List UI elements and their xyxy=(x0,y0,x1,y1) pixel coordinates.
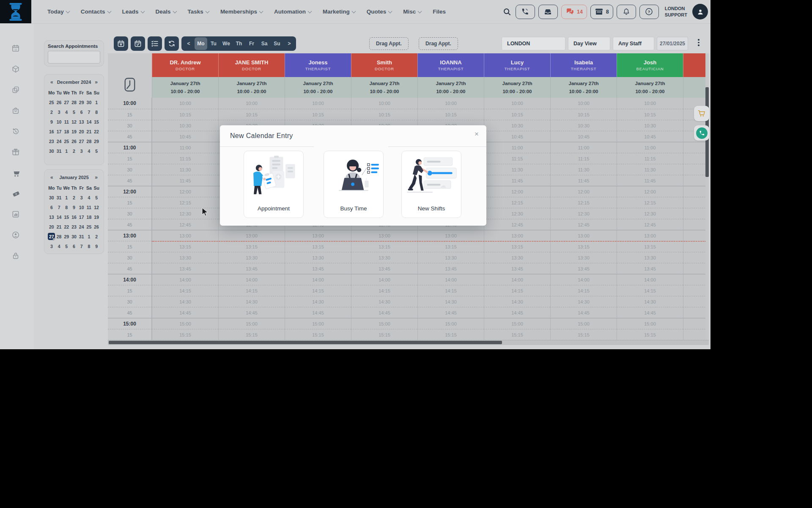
time-slot[interactable]: 10:00 xyxy=(484,98,550,109)
time-slot[interactable]: 14:15 xyxy=(285,285,351,296)
day-cell[interactable]: 8 xyxy=(85,241,93,251)
tickets-icon[interactable] xyxy=(11,189,22,200)
day-cell[interactable]: 9 xyxy=(70,202,78,212)
nav-item-files[interactable]: Files xyxy=(433,8,446,15)
day-cell[interactable]: 31 xyxy=(55,193,63,202)
view-select[interactable]: Day View xyxy=(568,37,610,50)
time-slot[interactable]: 13:45 xyxy=(285,263,351,274)
time-slot[interactable]: 10:15 xyxy=(484,109,550,120)
phone-button[interactable] xyxy=(516,5,535,19)
day-cell[interactable]: 6 xyxy=(78,107,85,117)
day-cell[interactable]: 19 xyxy=(93,212,100,222)
time-slot[interactable]: 14:15 xyxy=(617,285,683,296)
appointment-option[interactable]: Appointment xyxy=(244,151,304,218)
time-slot[interactable]: 11:45 xyxy=(617,175,683,186)
time-slot[interactable]: 14:15 xyxy=(417,285,484,296)
day-cell[interactable]: 30 xyxy=(70,232,78,241)
date-picker-button[interactable]: 27/01/2025 xyxy=(657,37,688,50)
day-cell[interactable]: 16 xyxy=(70,212,78,222)
day-cell[interactable]: 11 xyxy=(63,117,70,127)
day-cell[interactable]: 25 xyxy=(48,97,55,107)
day-cell[interactable]: 15 xyxy=(93,117,100,127)
time-slot[interactable]: 15:00 xyxy=(152,318,218,329)
day-tab-sa[interactable]: Sa xyxy=(258,37,271,50)
time-slot[interactable]: 14:30 xyxy=(218,296,285,307)
day-cell[interactable]: 26 xyxy=(93,222,100,232)
day-cell[interactable]: 27 xyxy=(78,136,85,146)
day-cell[interactable]: 10 xyxy=(55,117,63,127)
day-cell[interactable]: 8 xyxy=(93,107,100,117)
day-cell[interactable]: 24 xyxy=(55,136,63,146)
drag-appt-button-2[interactable]: Drag Appt. xyxy=(419,37,458,50)
calendar-icon[interactable]: 12 xyxy=(11,44,22,55)
app-logo[interactable] xyxy=(0,0,31,23)
day-cell[interactable]: 26 xyxy=(70,136,78,146)
day-cell[interactable]: 5 xyxy=(93,193,100,202)
day-cell[interactable]: 22 xyxy=(63,222,70,232)
time-slot[interactable]: 14:15 xyxy=(218,285,285,296)
day-cell[interactable]: 2 xyxy=(93,232,100,241)
copy-icon[interactable] xyxy=(11,86,22,97)
time-slot[interactable]: 14:00 xyxy=(417,274,484,285)
time-slot[interactable]: 15:15 xyxy=(417,329,484,340)
calendar-check-button[interactable] xyxy=(131,36,145,51)
help-button[interactable]: ? xyxy=(639,5,659,19)
day-cell[interactable]: 27 xyxy=(63,97,70,107)
time-slot[interactable]: 15:00 xyxy=(417,318,484,329)
time-slot[interactable]: 15:00 xyxy=(484,318,550,329)
day-cell[interactable]: 12 xyxy=(93,202,100,212)
time-slot[interactable]: 13:45 xyxy=(617,263,683,274)
nav-item-marketing[interactable]: Marketing xyxy=(323,8,355,15)
day-cell[interactable]: 30 xyxy=(85,97,93,107)
day-cell[interactable]: 1 xyxy=(63,193,70,202)
time-slot[interactable]: 13:30 xyxy=(351,252,417,263)
next-day-button[interactable]: > xyxy=(283,41,295,47)
customers-icon[interactable] xyxy=(11,231,22,242)
time-slot[interactable]: 11:30 xyxy=(617,164,683,175)
nav-item-tasks[interactable]: Tasks xyxy=(188,8,209,15)
time-slot[interactable]: 10:00 xyxy=(617,98,683,109)
time-slot[interactable]: 10:15 xyxy=(351,109,417,120)
time-slot[interactable]: 13:00 xyxy=(285,230,351,241)
time-slot[interactable]: 12:45 xyxy=(683,219,709,230)
selected-day[interactable]: 27 xyxy=(48,232,55,241)
checklist-button[interactable] xyxy=(148,36,162,51)
day-cell[interactable]: 4 xyxy=(63,107,70,117)
time-slot[interactable]: 13:30 xyxy=(417,252,484,263)
time-slot[interactable]: 13:45 xyxy=(218,263,285,274)
day-cell[interactable]: 11 xyxy=(85,202,93,212)
day-tab-su[interactable]: Su xyxy=(271,37,283,50)
whatsapp-floating-button[interactable] xyxy=(694,125,709,141)
day-cell[interactable]: 1 xyxy=(85,232,93,241)
package-icon[interactable] xyxy=(11,65,22,76)
time-slot[interactable]: 12:30 xyxy=(550,208,617,219)
time-slot[interactable]: 14:30 xyxy=(285,296,351,307)
day-cell[interactable]: 28 xyxy=(85,136,93,146)
day-cell[interactable]: 16 xyxy=(48,127,55,136)
nav-item-contacts[interactable]: Contacts xyxy=(81,8,111,15)
nav-item-quotes[interactable]: Quotes xyxy=(367,8,392,15)
cart-icon[interactable] xyxy=(11,168,22,179)
day-cell[interactable]: 2 xyxy=(70,193,78,202)
time-slot[interactable]: 13:30 xyxy=(550,252,617,263)
time-slot[interactable]: 14:15 xyxy=(484,285,550,296)
time-slot[interactable]: 13:00 xyxy=(351,230,417,241)
staff-column-header[interactable]: JonessTHERAPIST xyxy=(285,53,351,77)
day-tab-mo[interactable]: Mo xyxy=(195,37,207,50)
day-cell[interactable]: 5 xyxy=(63,241,70,251)
day-cell[interactable]: 22 xyxy=(93,127,100,136)
reports-icon[interactable] xyxy=(11,210,22,221)
day-cell[interactable]: 10 xyxy=(78,202,85,212)
time-slot[interactable]: 10:45 xyxy=(550,131,617,142)
time-slot[interactable]: 13:15 xyxy=(417,241,484,252)
time-slot[interactable]: 13:30 xyxy=(218,252,285,263)
time-slot[interactable]: 13:00 xyxy=(484,230,550,241)
busy-time-option[interactable]: Busy Time xyxy=(324,151,384,218)
time-slot[interactable]: 14:00 xyxy=(617,274,683,285)
time-slot[interactable]: 13:15 xyxy=(484,241,550,252)
day-tab-we[interactable]: We xyxy=(220,37,233,50)
time-slot[interactable]: 14:45 xyxy=(218,307,285,318)
time-slot[interactable]: 11:00 xyxy=(683,142,709,153)
prev-day-button[interactable]: < xyxy=(183,41,195,47)
time-slot[interactable]: 11:00 xyxy=(617,142,683,153)
